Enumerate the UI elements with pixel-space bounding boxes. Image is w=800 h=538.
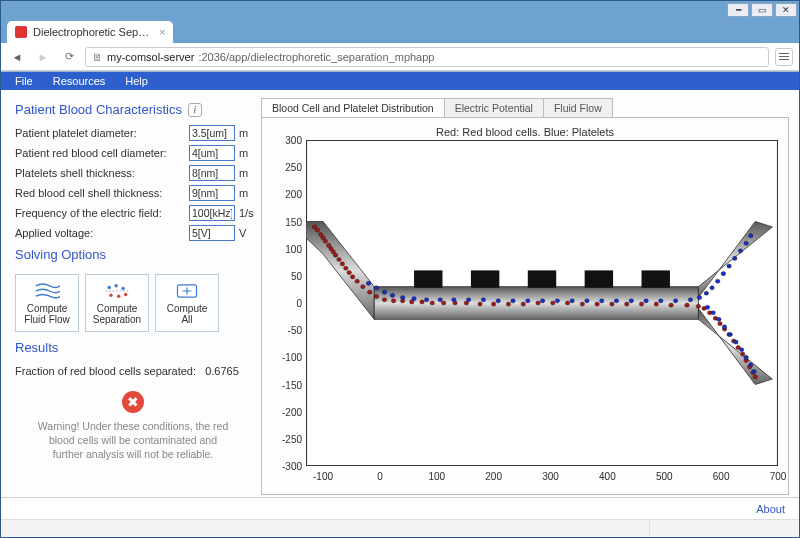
y-tick-label: 300	[270, 135, 302, 146]
svg-point-117	[748, 363, 753, 367]
y-tick-label: 0	[270, 298, 302, 309]
tab-potential[interactable]: Electric Potential	[444, 98, 544, 117]
warning-icon: ✖	[122, 391, 144, 413]
svg-point-82	[452, 298, 457, 302]
compute-separation-button[interactable]: Compute Separation	[85, 274, 149, 332]
section-solving-heading: Solving Options	[15, 247, 251, 262]
svg-point-114	[734, 340, 739, 344]
label: Red blood cell shell thickness:	[15, 187, 189, 199]
svg-point-55	[624, 302, 629, 306]
nav-back-button[interactable]: ◄	[7, 48, 27, 66]
y-tick-label: -50	[270, 325, 302, 336]
svg-rect-14	[585, 270, 613, 287]
x-tick-label: 600	[713, 471, 730, 482]
svg-point-32	[355, 279, 360, 283]
y-tick-label: -250	[270, 433, 302, 444]
unit: m	[235, 147, 251, 159]
svg-rect-13	[528, 270, 556, 287]
svg-point-30	[347, 270, 352, 274]
status-chunk	[649, 520, 799, 537]
compute-all-icon	[174, 281, 200, 301]
row-platelet-shell: Platelets shell thickness: m	[15, 165, 251, 181]
row-platelet-diam: Patient platelet diameter: m	[15, 125, 251, 141]
input-rbc-diam[interactable]	[189, 145, 235, 161]
y-tick-label: -150	[270, 379, 302, 390]
address-bar[interactable]: 🗎 my-comsol-server:2036/app/dielectropho…	[85, 47, 769, 67]
svg-point-107	[744, 241, 749, 245]
window-titlebar: ━ ▭ ✕	[1, 1, 799, 19]
row-rbc-shell: Red blood cell shell thickness: m	[15, 185, 251, 201]
nav-forward-button[interactable]: ►	[33, 48, 53, 66]
plot-container: Red: Red blood cells. Blue: Platelets 30…	[261, 118, 789, 495]
window-minimize-button[interactable]: ━	[727, 3, 749, 17]
menu-file[interactable]: File	[5, 75, 43, 87]
window-close-button[interactable]: ✕	[775, 3, 797, 17]
svg-point-60	[696, 304, 701, 308]
svg-point-118	[752, 369, 757, 373]
row-frequency: Frequency of the electric field: 1/s	[15, 205, 251, 221]
svg-point-98	[688, 298, 693, 302]
svg-point-116	[744, 355, 749, 359]
unit: m	[235, 187, 251, 199]
input-voltage[interactable]	[189, 225, 235, 241]
x-tick-label: 300	[542, 471, 559, 482]
plot-title: Red: Red blood cells. Blue: Platelets	[270, 126, 780, 138]
svg-point-103	[721, 272, 726, 276]
menu-help[interactable]: Help	[115, 75, 158, 87]
result-label: Fraction of red blood cells separated:	[15, 365, 196, 377]
label: Patient red blood cell diameter:	[15, 147, 189, 159]
svg-point-101	[710, 286, 715, 290]
svg-point-88	[540, 299, 545, 303]
y-tick-label: -300	[270, 461, 302, 472]
svg-point-40	[420, 300, 425, 304]
about-link[interactable]: About	[756, 503, 785, 515]
input-platelet-shell[interactable]	[189, 165, 235, 181]
svg-point-31	[350, 275, 355, 279]
x-tick-label: 700	[770, 471, 787, 482]
info-icon[interactable]: i	[188, 103, 202, 117]
result-value: 0.6765	[205, 365, 239, 377]
label: Platelets shell thickness:	[15, 167, 189, 179]
input-frequency[interactable]	[189, 205, 235, 221]
compute-fluid-flow-button[interactable]: Compute Fluid Flow	[15, 274, 79, 332]
svg-point-86	[511, 299, 516, 303]
svg-rect-11	[414, 270, 442, 287]
main-panel: Blood Cell and Platelet Distribution Ele…	[261, 98, 789, 495]
browser-toolbar: ◄ ► ⟳ 🗎 my-comsol-server:2036/app/dielec…	[1, 43, 799, 71]
chrome-menu-button[interactable]	[775, 48, 793, 66]
svg-point-5	[124, 293, 127, 296]
svg-point-83	[466, 298, 471, 302]
unit: 1/s	[235, 207, 251, 219]
input-platelet-diam[interactable]	[189, 125, 235, 141]
tab-distribution[interactable]: Blood Cell and Platelet Distribution	[261, 98, 445, 117]
tab-close-icon[interactable]: ×	[159, 26, 165, 38]
svg-point-52	[580, 302, 585, 306]
x-tick-label: 400	[599, 471, 616, 482]
svg-point-35	[374, 294, 379, 298]
menu-resources[interactable]: Resources	[43, 75, 116, 87]
svg-marker-9	[306, 222, 374, 320]
browser-tab[interactable]: Dielectrophoretic Separati ×	[7, 21, 173, 43]
svg-point-97	[673, 299, 678, 303]
input-rbc-shell[interactable]	[189, 185, 235, 201]
svg-point-29	[344, 266, 349, 270]
window-maximize-button[interactable]: ▭	[751, 3, 773, 17]
compute-all-button[interactable]: Compute All	[155, 274, 219, 332]
app-root: File Resources Help Patient Blood Charac…	[1, 71, 799, 537]
svg-point-41	[430, 301, 435, 305]
nav-reload-button[interactable]: ⟳	[59, 48, 79, 66]
svg-point-109	[705, 305, 710, 309]
svg-point-58	[669, 303, 674, 307]
svg-point-105	[733, 256, 738, 260]
svg-point-92	[599, 299, 604, 303]
svg-point-37	[391, 299, 396, 303]
y-tick-label: 250	[270, 162, 302, 173]
btn-label: Compute All	[167, 303, 208, 325]
row-voltage: Applied voltage: V	[15, 225, 251, 241]
tab-fluid-flow[interactable]: Fluid Flow	[543, 98, 613, 117]
svg-point-89	[555, 299, 560, 303]
svg-marker-17	[698, 308, 772, 384]
svg-point-110	[711, 311, 716, 315]
svg-point-56	[639, 302, 644, 306]
svg-point-113	[728, 332, 733, 336]
